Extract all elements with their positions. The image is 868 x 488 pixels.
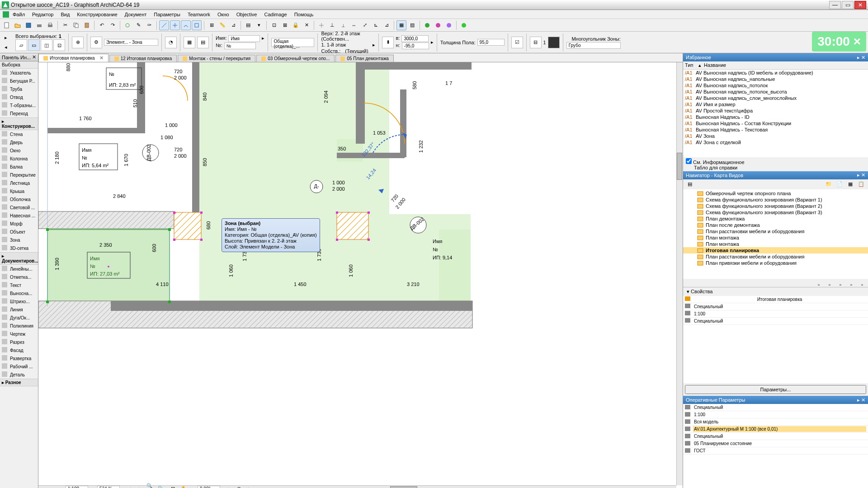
props-header[interactable]: ▾ Свойства	[683, 287, 868, 296]
nav-item[interactable]: План монтажа	[683, 241, 868, 247]
nav-b1[interactable]: 📁	[824, 179, 834, 189]
nav-b2[interactable]: 📄	[835, 179, 844, 189]
geom4-button[interactable]: ⊡	[53, 39, 65, 51]
nav-item[interactable]: План после демонтажа	[683, 222, 868, 228]
ruler-button[interactable]: 📏	[217, 20, 227, 30]
opt1-button[interactable]: ⊟	[530, 37, 542, 48]
oper-row[interactable]: AV.01.Архитектурный М 1:100 (все 0,01)	[683, 426, 868, 433]
scrollbar-horizontal[interactable]: 1:100 534 % ◂ ▸ 🔍+ 🔍- ⊡ ✋ 0,00° ◂ ⊙ ▸	[38, 485, 676, 488]
floor-button[interactable]: ▤	[197, 37, 209, 48]
nav-item[interactable]: План монтажа	[683, 235, 868, 241]
nav-mode-button[interactable]: ▤	[685, 179, 695, 189]
tool-Крыша[interactable]: Крыша	[0, 187, 38, 195]
tool-Зона[interactable]: Зона	[0, 236, 38, 244]
tool-Линия[interactable]: Линия	[0, 305, 38, 314]
angle-field[interactable]: 0,00°	[198, 486, 220, 488]
suspend-button[interactable]: ⊠	[280, 20, 290, 30]
tool-3D-сетка[interactable]: 3D-сетка	[0, 244, 38, 252]
scale-field[interactable]: 1:100	[66, 486, 88, 488]
close-button[interactable]: ✕	[854, 1, 866, 9]
oper-row[interactable]: 1:100	[683, 411, 868, 418]
tool-Стена[interactable]: Стена	[0, 130, 38, 138]
paste-button[interactable]	[82, 20, 92, 30]
tool-Текст[interactable]: Текст	[0, 281, 38, 289]
menu-view[interactable]: Вид	[57, 11, 73, 18]
h-input[interactable]	[402, 42, 429, 49]
tool-Рабочий ...[interactable]: Рабочий ...	[0, 362, 38, 371]
element-type[interactable]: Элемент... - Зона	[104, 39, 158, 46]
settings-button[interactable]: ⚙	[90, 37, 102, 48]
tool-group-header[interactable]: ▸ Конструиров...	[0, 117, 38, 130]
grid-button[interactable]: ⊞	[207, 20, 217, 30]
name-input[interactable]	[228, 35, 260, 42]
tool-Деталь[interactable]: Деталь	[0, 371, 38, 379]
tool-Колонна[interactable]: Колонна	[0, 155, 38, 163]
cut-button[interactable]: ✂	[60, 20, 70, 30]
zoom-field[interactable]: 534 %	[97, 486, 120, 488]
info-home-button[interactable]: ▸	[1, 33, 11, 42]
print-button[interactable]	[34, 20, 44, 30]
color3-button[interactable]	[444, 20, 454, 30]
favorite-item[interactable]: /A1AV Выносная надпись_слои_многослойных	[683, 95, 868, 101]
snap3-button[interactable]	[181, 20, 191, 30]
w-input[interactable]	[401, 35, 429, 42]
new-button[interactable]	[2, 20, 12, 30]
zoom-out-button[interactable]: 🔍-	[157, 484, 167, 488]
oper-header[interactable]: Оперативные Параметры▸ ✕	[683, 396, 868, 404]
tool-Морф[interactable]: Морф	[0, 220, 38, 228]
tool8-button[interactable]: ↔	[349, 20, 359, 30]
fav-checkbox[interactable]: См. Информационное	[686, 160, 745, 165]
timer-overlay[interactable]: 30:00 ×	[812, 32, 866, 52]
thick-input[interactable]	[477, 39, 505, 46]
layers-dd-button[interactable]: ▾	[254, 20, 264, 30]
tool-Линейны...[interactable]: Линейны...	[0, 265, 38, 273]
prop-r2[interactable]: Специальный	[693, 318, 866, 324]
favorites-header[interactable]: Избранное▸ ✕	[683, 53, 868, 61]
oper-row[interactable]: ГОСТ	[683, 447, 868, 455]
ang-prev-button[interactable]: ◂	[223, 484, 233, 488]
open-button[interactable]	[13, 20, 23, 30]
tool-Перекрытие[interactable]: Перекрытие	[0, 171, 38, 179]
nav-item[interactable]: Схема функционального зонирования (Вариа…	[683, 209, 868, 216]
struct-button[interactable]: ▦	[184, 37, 195, 48]
menu-edit[interactable]: Редактор	[28, 11, 57, 18]
favorite-item[interactable]: /A1AV Простой текст/цифра	[683, 108, 868, 114]
favorite-item[interactable]: /A1Выносная Надпись - ID	[683, 114, 868, 120]
tab-close-icon[interactable]: ✕	[99, 55, 104, 61]
tool-Отметка...[interactable]: Отметка...	[0, 273, 38, 281]
nav-item[interactable]: Схема функционального зонирования (Вариа…	[683, 203, 868, 209]
menu-help[interactable]: Помощь	[291, 11, 317, 18]
app-menu-icon[interactable]	[3, 11, 9, 18]
record-button[interactable]	[459, 20, 469, 30]
tool-Полилиния[interactable]: Полилиния	[0, 322, 38, 330]
nav-b3[interactable]: ▦	[845, 179, 855, 189]
minimize-button[interactable]: —	[829, 1, 841, 9]
no-input[interactable]	[224, 42, 256, 49]
tool-Указатель[interactable]: Указатель	[0, 69, 38, 77]
tool-Фасад[interactable]: Фасад	[0, 346, 38, 354]
copy-button[interactable]	[71, 20, 81, 30]
zoom-fit-button[interactable]: ⊡	[168, 484, 178, 488]
tool9-button[interactable]: ⤢	[360, 20, 370, 30]
tool-Балка[interactable]: Балка	[0, 163, 38, 171]
drawing-canvas[interactable]: 132,37° 14,24 ДВ-002 ДВ-002 Д- № ИП: 2,8…	[38, 62, 676, 485]
stamp-chk[interactable]: ☑	[511, 37, 523, 48]
menu-window[interactable]: Окно	[214, 11, 233, 18]
ang-reset-button[interactable]: ⊙	[234, 484, 244, 488]
tool-Дуга/Ок...[interactable]: Дуга/Ок...	[0, 314, 38, 322]
menu-design[interactable]: Конструирование	[73, 11, 121, 18]
tool5-button[interactable]	[316, 20, 326, 30]
tool-Навесная ...[interactable]: Навесная ...	[0, 211, 38, 220]
tab[interactable]: 12 Итоговая планировка	[109, 55, 177, 62]
find-sel-button[interactable]: ⊕	[72, 37, 84, 48]
nav-item[interactable]: План привязки мебели и оборудования	[683, 260, 868, 266]
tool-Развертка[interactable]: Развертка	[0, 354, 38, 362]
tool-Т-образны...[interactable]: Т-образны...	[0, 101, 38, 109]
tool-Разрез[interactable]: Разрез	[0, 338, 38, 346]
oper-row[interactable]: Специальный	[683, 404, 868, 411]
category-select[interactable]: Общая (отделка)_...	[271, 38, 314, 47]
nav-item[interactable]: План расстановки мебели и оборудования	[683, 253, 868, 260]
layer-button[interactable]: ▤	[243, 20, 253, 30]
nav-item[interactable]: Схема функционального зонирования (Вариа…	[683, 197, 868, 203]
tool-Световой ...[interactable]: Световой ...	[0, 203, 38, 211]
